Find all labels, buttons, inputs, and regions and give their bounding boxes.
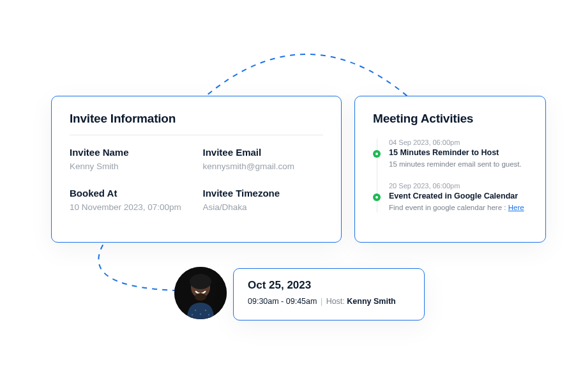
field-booked-at: Booked At 10 November 2023, 07:00pm <box>70 188 190 212</box>
timeline-item: 04 Sep 2023, 06:00pm 15 Minutes Reminder… <box>389 139 527 182</box>
summary-date: Oct 25, 2023 <box>248 279 410 292</box>
avatar <box>174 267 227 319</box>
svg-point-2 <box>190 274 211 289</box>
activity-timestamp: 20 Sep 2023, 06:00pm <box>389 182 527 190</box>
svg-point-4 <box>205 310 206 311</box>
field-label: Booked At <box>70 188 190 199</box>
check-icon <box>373 193 381 201</box>
summary-time-range: 09:30am - 09:45am <box>248 297 317 306</box>
activity-description: 15 minutes reminder email sent to guest. <box>389 159 527 169</box>
summary-card: Oct 25, 2023 09:30am - 09:45am | Host: K… <box>233 268 425 320</box>
calendar-link[interactable]: Here <box>508 204 524 211</box>
check-icon <box>373 150 381 158</box>
invitee-info-card: Invitee Information Invitee Name Kenny S… <box>51 96 342 243</box>
svg-point-7 <box>200 313 201 315</box>
field-label: Invitee Name <box>70 147 190 158</box>
svg-point-6 <box>208 314 209 315</box>
activity-description: Find event in google calendar here : Her… <box>389 202 527 213</box>
host-label: Host: <box>326 297 347 306</box>
activities-card-title: Meeting Activities <box>373 112 527 135</box>
svg-point-5 <box>192 314 193 315</box>
timeline-item: 20 Sep 2023, 06:00pm Event Created in Go… <box>389 182 527 213</box>
field-label: Invitee Timezone <box>203 188 324 199</box>
field-value: Asia/Dhaka <box>203 202 324 212</box>
activity-timestamp: 04 Sep 2023, 06:00pm <box>389 139 527 146</box>
activity-title: 15 Minutes Reminder to Host <box>389 148 527 157</box>
svg-point-3 <box>195 310 196 311</box>
host-name: Kenny Smith <box>347 297 395 306</box>
field-timezone: Invitee Timezone Asia/Dhaka <box>203 188 324 212</box>
activity-title: Event Created in Google Calendar <box>389 192 527 200</box>
timeline: 04 Sep 2023, 06:00pm 15 Minutes Reminder… <box>377 139 527 213</box>
field-value: kennysmith@gmail.com <box>203 162 324 171</box>
field-label: Invitee Email <box>203 147 324 158</box>
svg-point-8 <box>195 293 206 301</box>
invitee-card-title: Invitee Information <box>70 112 323 135</box>
field-invitee-name: Invitee Name Kenny Smith <box>70 147 190 171</box>
divider: | <box>319 297 324 306</box>
activities-card: Meeting Activities 04 Sep 2023, 06:00pm … <box>354 96 546 243</box>
field-value: 10 November 2023, 07:00pm <box>70 202 190 212</box>
field-invitee-email: Invitee Email kennysmith@gmail.com <box>203 147 324 171</box>
summary-meta: 09:30am - 09:45am | Host: Kenny Smith <box>248 297 410 306</box>
field-value: Kenny Smith <box>70 162 190 171</box>
invitee-grid: Invitee Name Kenny Smith Invitee Email k… <box>70 147 323 212</box>
